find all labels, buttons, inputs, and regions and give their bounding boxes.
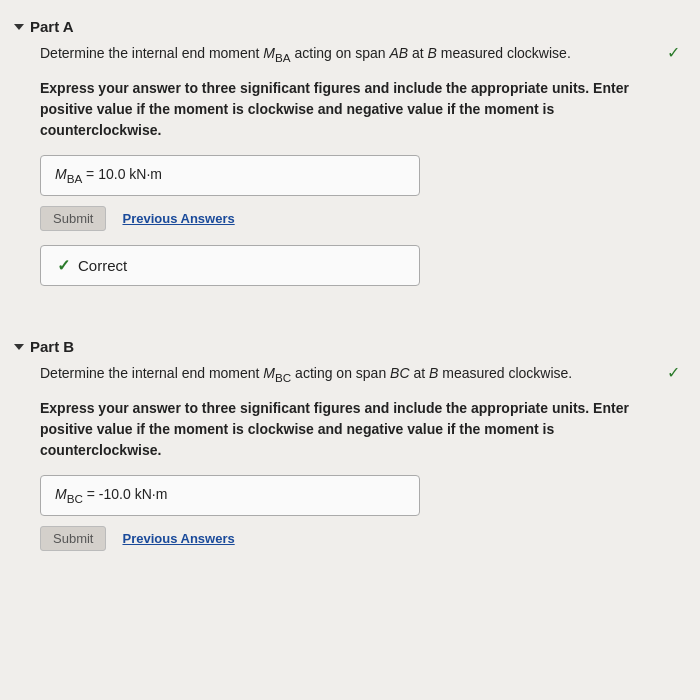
part-b-submit-button[interactable]: Submit <box>40 526 106 551</box>
part-a-content: ✓ Determine the internal end moment MBA … <box>0 43 700 302</box>
part-a-instructions: Express your answer to three significant… <box>40 78 676 141</box>
part-b-correct-check-icon: ✓ <box>667 363 680 382</box>
part-a-question-text: Determine the internal end moment MBA ac… <box>40 43 676 66</box>
part-a-triangle-icon <box>14 24 24 30</box>
part-b-title: Part B <box>30 338 74 355</box>
part-a-header[interactable]: Part A <box>0 10 700 43</box>
part-b-answer-formula: MBC = -10.0 kN·m <box>55 486 167 502</box>
part-b-content: ✓ Determine the internal end moment MBC … <box>0 363 700 581</box>
divider <box>0 312 700 330</box>
part-b-prev-answers-link[interactable]: Previous Answers <box>122 531 234 546</box>
part-b-header[interactable]: Part B <box>0 330 700 363</box>
part-b-controls: Submit Previous Answers <box>40 526 676 551</box>
part-a-title: Part A <box>30 18 74 35</box>
part-b-instructions: Express your answer to three significant… <box>40 398 676 461</box>
part-a-submit-button[interactable]: Submit <box>40 206 106 231</box>
part-a-controls: Submit Previous Answers <box>40 206 676 231</box>
part-a-answer-box: MBA = 10.0 kN·m <box>40 155 420 196</box>
part-a-correct-text: Correct <box>78 257 127 274</box>
part-b-section: Part B ✓ Determine the internal end mome… <box>0 330 700 581</box>
part-a-section: Part A ✓ Determine the internal end mome… <box>0 10 700 302</box>
part-a-answer-formula: MBA = 10.0 kN·m <box>55 166 162 182</box>
part-b-triangle-icon <box>14 344 24 350</box>
part-a-prev-answers-link[interactable]: Previous Answers <box>122 211 234 226</box>
part-a-correct-box: ✓ Correct <box>40 245 420 286</box>
part-a-correct-check-mark: ✓ <box>57 256 70 275</box>
part-a-correct-check-icon: ✓ <box>667 43 680 62</box>
part-b-question-text: Determine the internal end moment MBC ac… <box>40 363 676 386</box>
part-b-answer-box: MBC = -10.0 kN·m <box>40 475 420 516</box>
